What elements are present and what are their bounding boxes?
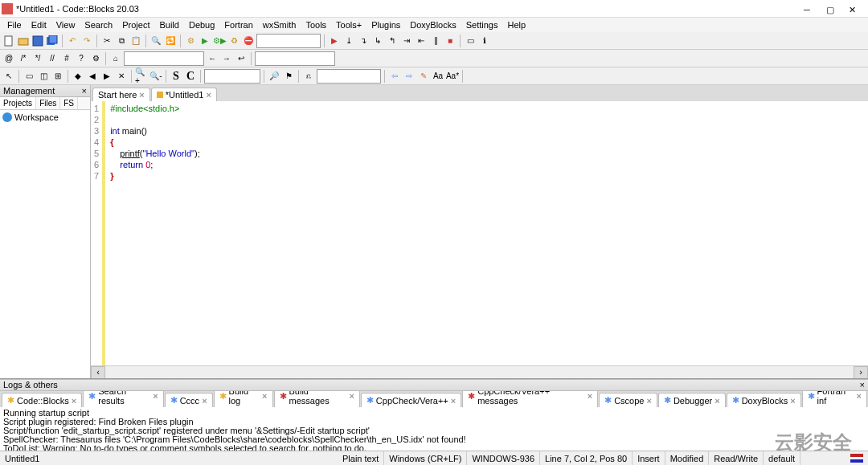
- highlight-s-icon[interactable]: S: [170, 70, 182, 83]
- tab-close-icon[interactable]: ×: [714, 396, 719, 406]
- layout-3-icon[interactable]: ⊞: [51, 70, 64, 83]
- new-file-icon[interactable]: [2, 35, 15, 47]
- code-editor[interactable]: 1234567 #include<stdio.h> int main() { p…: [91, 101, 868, 365]
- doxy-5-icon[interactable]: #: [60, 52, 73, 65]
- menu-doxyblocks[interactable]: DoxyBlocks: [406, 19, 460, 31]
- next-instr-icon[interactable]: ⇥: [400, 35, 413, 47]
- menu-edit[interactable]: Edit: [27, 19, 51, 31]
- log-tab-1[interactable]: ✱Search results×: [83, 391, 163, 407]
- debug-run-icon[interactable]: ▶: [328, 35, 341, 47]
- search-go-icon[interactable]: 🔎: [268, 70, 280, 83]
- doxy-7-icon[interactable]: ⚙: [89, 52, 102, 65]
- lang-flag-icon[interactable]: [850, 454, 863, 463]
- highlight-icon[interactable]: ✎: [417, 70, 430, 83]
- redo-icon[interactable]: ↷: [80, 35, 93, 47]
- bookmark-prev-icon[interactable]: ◀: [86, 70, 99, 83]
- jump-last-icon[interactable]: ↩: [235, 52, 248, 65]
- select-icon[interactable]: ↖: [2, 70, 15, 83]
- search-opt-icon[interactable]: ⚑: [282, 70, 295, 83]
- log-tab-6[interactable]: ✱CppCheck/Vera++ messages×: [462, 391, 598, 407]
- undo-icon[interactable]: ↶: [66, 35, 79, 47]
- menu-help[interactable]: Help: [503, 19, 530, 31]
- menu-debug[interactable]: Debug: [185, 19, 219, 31]
- tab-close-icon[interactable]: ×: [202, 396, 207, 406]
- zoom-in-icon[interactable]: 🔍+: [135, 70, 148, 83]
- menu-view[interactable]: View: [52, 19, 80, 31]
- mgmt-tab-files[interactable]: Files: [36, 97, 60, 109]
- menu-plugins[interactable]: Plugins: [367, 19, 404, 31]
- build-icon[interactable]: ⚙: [184, 35, 197, 47]
- open-icon[interactable]: [17, 35, 30, 47]
- save-icon[interactable]: [31, 35, 44, 47]
- target-combo[interactable]: [256, 34, 321, 48]
- logs-close-icon[interactable]: ×: [860, 380, 865, 390]
- jump-fwd-icon[interactable]: →: [220, 52, 233, 65]
- break-icon[interactable]: ‖: [429, 35, 442, 47]
- doxy-3-icon[interactable]: */: [31, 52, 44, 65]
- zoom-out-icon[interactable]: 🔍-: [149, 70, 162, 83]
- build-run-icon[interactable]: ⚙▶: [213, 35, 226, 47]
- tab-start-here[interactable]: Start here ×: [92, 88, 150, 101]
- layout-2-icon[interactable]: ◫: [37, 70, 50, 83]
- management-close-icon[interactable]: ×: [82, 86, 87, 96]
- minimize-button[interactable]: ─: [804, 5, 812, 13]
- layout-1-icon[interactable]: ▭: [23, 70, 35, 83]
- tab-close-icon[interactable]: ×: [588, 391, 592, 401]
- log-tab-8[interactable]: ✱Debugger×: [658, 393, 726, 407]
- nav-back-icon[interactable]: ⇦: [388, 70, 401, 83]
- search-input[interactable]: [204, 69, 260, 84]
- tab-close-icon[interactable]: ×: [646, 396, 651, 406]
- menu-build[interactable]: Build: [155, 19, 182, 31]
- doxy-2-icon[interactable]: /*: [17, 52, 30, 65]
- doxy-6-icon[interactable]: ?: [75, 52, 88, 65]
- log-tab-7[interactable]: ✱Cscope×: [599, 393, 657, 407]
- scroll-right-icon[interactable]: ›: [854, 366, 868, 379]
- editor-hscroll[interactable]: ‹ ›: [91, 365, 868, 378]
- scroll-left-icon[interactable]: ‹: [91, 366, 105, 379]
- menu-search[interactable]: Search: [80, 19, 117, 31]
- bookmark-toggle-icon[interactable]: ◆: [72, 70, 84, 83]
- tab-close-icon[interactable]: ×: [349, 391, 354, 401]
- nav-fwd-icon[interactable]: ⇨: [403, 70, 416, 83]
- tab-close-icon[interactable]: ×: [790, 396, 795, 406]
- menu-tools+[interactable]: Tools+: [332, 19, 366, 31]
- next-line-icon[interactable]: ↴: [357, 35, 370, 47]
- maximize-button[interactable]: ▢: [826, 5, 834, 13]
- bookmark-next-icon[interactable]: ▶: [100, 70, 113, 83]
- abbrev-icon[interactable]: Aa: [432, 70, 444, 83]
- tab-close-icon[interactable]: ×: [153, 391, 158, 401]
- fortran-combo[interactable]: [124, 51, 204, 66]
- log-tab-3[interactable]: ✱Build log×: [214, 391, 273, 407]
- rebuild-icon[interactable]: ♻: [227, 35, 240, 47]
- tab-close-icon[interactable]: ×: [206, 90, 211, 100]
- fortran-icon[interactable]: ⌂: [109, 52, 122, 65]
- tab-close-icon[interactable]: ×: [451, 396, 456, 406]
- tab-close-icon[interactable]: ×: [857, 391, 862, 401]
- doxy-1-icon[interactable]: @: [2, 52, 15, 65]
- tab-close-icon[interactable]: ×: [262, 391, 267, 401]
- cut-icon[interactable]: ✂: [100, 35, 113, 47]
- jump-back-icon[interactable]: ←: [206, 52, 219, 65]
- menu-fortran[interactable]: Fortran: [220, 19, 256, 31]
- doxy-4-icon[interactable]: //: [46, 52, 59, 65]
- paste-icon[interactable]: 📋: [129, 35, 142, 47]
- step-instr-icon[interactable]: ⇤: [415, 35, 428, 47]
- step-into-icon[interactable]: ↳: [371, 35, 384, 47]
- tab-close-icon[interactable]: ×: [72, 396, 76, 406]
- log-tab-5[interactable]: ✱CppCheck/Vera++×: [361, 393, 461, 407]
- save-all-icon[interactable]: [46, 35, 59, 47]
- code-content[interactable]: #include<stdio.h> int main() { printf("H…: [105, 101, 205, 365]
- thread-combo[interactable]: [317, 69, 381, 84]
- log-tab-9[interactable]: ✱DoxyBlocks×: [727, 393, 801, 407]
- tab-untitled1[interactable]: *Untitled1 ×: [151, 88, 217, 101]
- step-out-icon[interactable]: ↰: [386, 35, 399, 47]
- tab-close-icon[interactable]: ×: [139, 90, 144, 100]
- log-output[interactable]: Running startup scriptScript plugin regi…: [0, 407, 868, 451]
- bookmark-clear-icon[interactable]: ✕: [115, 70, 128, 83]
- run-to-cursor-icon[interactable]: ⤓: [342, 35, 355, 47]
- mgmt-tab-projects[interactable]: Projects: [0, 97, 36, 109]
- find-icon[interactable]: 🔍: [149, 35, 162, 47]
- thread-icon[interactable]: ⎌: [302, 70, 315, 83]
- menu-settings[interactable]: Settings: [462, 19, 502, 31]
- menu-wxsmith[interactable]: wxSmith: [259, 19, 301, 31]
